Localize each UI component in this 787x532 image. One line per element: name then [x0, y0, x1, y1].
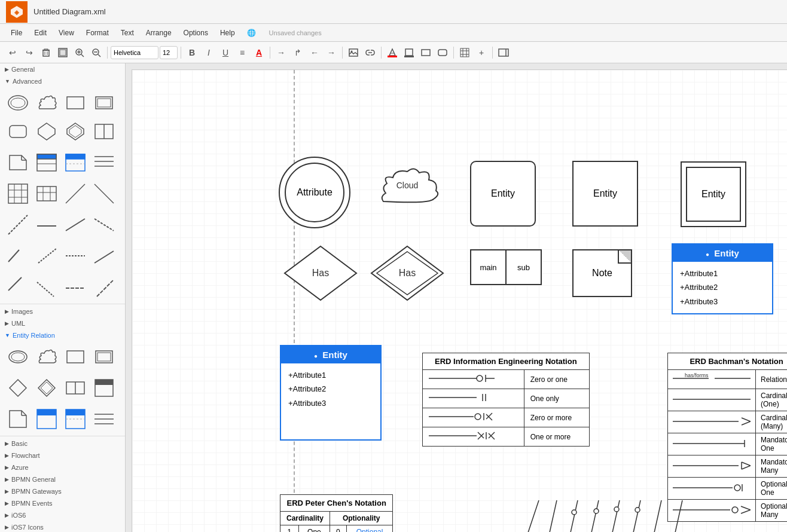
- undo-button[interactable]: ↩: [5, 45, 20, 60]
- linecolor-button[interactable]: [401, 45, 417, 60]
- delete-button[interactable]: [38, 45, 54, 60]
- sidebar-item-azure[interactable]: ▶ Azure: [0, 461, 125, 473]
- shape-diag10[interactable]: [91, 243, 117, 269]
- menu-format[interactable]: Format: [81, 27, 114, 39]
- shape-item-7[interactable]: [62, 118, 89, 145]
- shape-item-lines[interactable]: [91, 149, 117, 176]
- link-button[interactable]: [362, 45, 378, 60]
- fitpage-button[interactable]: [55, 45, 71, 60]
- font-family-input[interactable]: [111, 46, 158, 59]
- bold-button[interactable]: B: [184, 45, 200, 60]
- sidebar-item-flowchart[interactable]: ▶ Flowchart: [0, 450, 125, 461]
- sidebar-item-bpmn-events[interactable]: ▶ BPMN Events: [0, 497, 125, 509]
- shape-item-5[interactable]: [5, 118, 31, 145]
- entity1-shape[interactable]: Entity: [470, 161, 536, 227]
- menu-help[interactable]: Help: [215, 27, 240, 39]
- shape-diag3[interactable]: [5, 212, 31, 238]
- split-entity-shape[interactable]: main sub: [470, 249, 542, 285]
- font-size-input[interactable]: [160, 46, 178, 59]
- rect-button[interactable]: [418, 45, 434, 60]
- er-cloud[interactable]: [33, 344, 60, 370]
- underline-button[interactable]: U: [218, 45, 233, 60]
- zoomin-button[interactable]: [72, 45, 87, 60]
- shape-diag14[interactable]: [91, 274, 117, 300]
- canvas[interactable]: Attribute Cloud Entity Entit: [132, 69, 787, 532]
- shape-item-note[interactable]: [5, 149, 31, 176]
- attribute-shape[interactable]: Attribute: [279, 157, 350, 228]
- italic-button[interactable]: I: [201, 45, 216, 60]
- grid-button[interactable]: [457, 45, 472, 60]
- sidebar-item-ios7icons[interactable]: ▶ iOS7 Icons: [0, 521, 125, 532]
- sidebar-item-bpmn-general[interactable]: ▶ BPMN General: [0, 473, 125, 485]
- roundrect-button[interactable]: [435, 45, 450, 60]
- shape-diag12[interactable]: [33, 274, 60, 300]
- redo-button[interactable]: ↪: [22, 45, 37, 60]
- entity-attr-box2[interactable]: ● Entity +Attribute1 +Attribute2 +Attrib…: [280, 345, 382, 441]
- menu-globe[interactable]: 🌐: [242, 27, 261, 39]
- sidebar-item-advanced[interactable]: ▼ Advanced: [0, 75, 125, 87]
- shape-item-ertable2[interactable]: [62, 149, 89, 176]
- note-shape[interactable]: Note: [572, 249, 632, 297]
- sidebar-item-ios6[interactable]: ▶ iOS6: [0, 509, 125, 521]
- shape-diag4[interactable]: [33, 212, 60, 238]
- shape-item-diag1[interactable]: [62, 181, 89, 207]
- shape-item-3[interactable]: [62, 90, 89, 116]
- arrow-left-button[interactable]: ←: [307, 45, 322, 60]
- arrow-straight-button[interactable]: →: [273, 45, 289, 60]
- shape-item-4[interactable]: [91, 90, 117, 116]
- panel-toggle-button[interactable]: [496, 45, 511, 60]
- er-diamond1[interactable]: [5, 375, 31, 401]
- align-button[interactable]: ≡: [234, 45, 250, 60]
- er-lines[interactable]: [91, 406, 117, 432]
- fillcolor-button[interactable]: [385, 45, 400, 60]
- shape-diag8[interactable]: [33, 243, 60, 269]
- canvas-area[interactable]: Attribute Cloud Entity Entit: [126, 63, 787, 532]
- menu-view[interactable]: View: [54, 27, 79, 39]
- shape-item-2[interactable]: [33, 90, 60, 116]
- addshape-button[interactable]: +: [474, 45, 489, 60]
- sidebar-item-uml[interactable]: ▶ UML: [0, 317, 125, 329]
- shape-diag7[interactable]: [5, 243, 31, 269]
- sidebar-item-bpmn-gateways[interactable]: ▶ BPMN Gateways: [0, 485, 125, 497]
- er-attribute[interactable]: [5, 344, 31, 370]
- menu-arrange[interactable]: Arrange: [141, 27, 176, 39]
- shape-diag9[interactable]: [62, 243, 89, 269]
- er-headertable[interactable]: [91, 375, 117, 401]
- er-splitrect[interactable]: [62, 375, 89, 401]
- shape-diag6[interactable]: [91, 212, 117, 238]
- er-blue-table[interactable]: [33, 406, 60, 432]
- shape-item-6[interactable]: [33, 118, 60, 145]
- er-entity1[interactable]: [62, 344, 89, 370]
- shape-diag5[interactable]: [62, 212, 89, 238]
- zoomout-button[interactable]: [89, 45, 104, 60]
- shape-item-grid1[interactable]: [5, 181, 31, 207]
- arrow-right-button[interactable]: →: [324, 45, 339, 60]
- entity3-shape[interactable]: Entity: [681, 161, 746, 227]
- shape-item-grid2[interactable]: [33, 181, 60, 207]
- sidebar-item-general[interactable]: ▶ General: [0, 63, 125, 75]
- sidebar-item-images[interactable]: ▶ Images: [0, 305, 125, 317]
- arrow-corner-button[interactable]: ↱: [290, 45, 306, 60]
- shape-diag11[interactable]: [5, 274, 31, 300]
- diamond1-shape[interactable]: Has: [282, 243, 359, 305]
- menu-edit[interactable]: Edit: [29, 27, 51, 39]
- image-button[interactable]: [346, 45, 361, 60]
- entity2-shape[interactable]: Entity: [572, 161, 638, 227]
- er-entity2[interactable]: [91, 344, 117, 370]
- shape-item-1[interactable]: [5, 90, 31, 116]
- shape-item-diag2[interactable]: [91, 181, 117, 207]
- er-blue-table2[interactable]: [62, 406, 89, 432]
- cloud-shape[interactable]: Cloud: [371, 161, 443, 210]
- sidebar-item-basic[interactable]: ▶ Basic: [0, 438, 125, 450]
- shape-diag13[interactable]: [62, 274, 89, 300]
- menu-options[interactable]: Options: [179, 27, 213, 39]
- menu-text[interactable]: Text: [116, 27, 139, 39]
- diamond2-shape[interactable]: Has: [368, 243, 446, 305]
- sidebar-item-entity-relation[interactable]: ▼ Entity Relation: [0, 329, 125, 341]
- er-note[interactable]: [5, 406, 31, 432]
- shape-item-8[interactable]: [91, 118, 117, 145]
- entity-attr-box1[interactable]: ● Entity +Attribute1 +Attribute2 +Attrib…: [672, 243, 773, 314]
- menu-file[interactable]: File: [6, 27, 27, 39]
- er-diamond2[interactable]: [33, 375, 60, 401]
- shape-item-ertable[interactable]: [33, 149, 60, 176]
